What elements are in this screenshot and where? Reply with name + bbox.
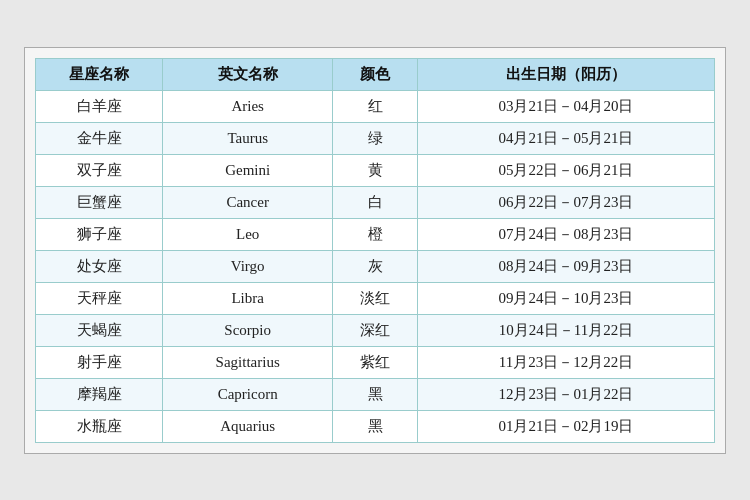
cell-en: Leo	[163, 218, 333, 250]
cell-cn: 天蝎座	[36, 314, 163, 346]
cell-color: 黑	[333, 410, 418, 442]
cell-cn: 金牛座	[36, 122, 163, 154]
table-row: 天蝎座Scorpio深红10月24日－11月22日	[36, 314, 715, 346]
table-row: 金牛座Taurus绿04月21日－05月21日	[36, 122, 715, 154]
cell-en: Taurus	[163, 122, 333, 154]
cell-date: 06月22日－07月23日	[417, 186, 714, 218]
table-row: 摩羯座Capricorn黑12月23日－01月22日	[36, 378, 715, 410]
cell-color: 紫红	[333, 346, 418, 378]
table-row: 水瓶座Aquarius黑01月21日－02月19日	[36, 410, 715, 442]
cell-date: 08月24日－09月23日	[417, 250, 714, 282]
header-date: 出生日期（阳历）	[417, 58, 714, 90]
header-cn: 星座名称	[36, 58, 163, 90]
cell-cn: 射手座	[36, 346, 163, 378]
cell-date: 12月23日－01月22日	[417, 378, 714, 410]
table-row: 狮子座Leo橙07月24日－08月23日	[36, 218, 715, 250]
cell-cn: 白羊座	[36, 90, 163, 122]
zodiac-table-wrapper: 星座名称 英文名称 颜色 出生日期（阳历） 白羊座Aries红03月21日－04…	[24, 47, 726, 454]
cell-color: 灰	[333, 250, 418, 282]
cell-en: Sagittarius	[163, 346, 333, 378]
cell-cn: 狮子座	[36, 218, 163, 250]
cell-color: 红	[333, 90, 418, 122]
cell-color: 橙	[333, 218, 418, 250]
cell-cn: 水瓶座	[36, 410, 163, 442]
cell-en: Aries	[163, 90, 333, 122]
cell-date: 10月24日－11月22日	[417, 314, 714, 346]
table-row: 处女座Virgo灰08月24日－09月23日	[36, 250, 715, 282]
cell-cn: 天秤座	[36, 282, 163, 314]
table-header-row: 星座名称 英文名称 颜色 出生日期（阳历）	[36, 58, 715, 90]
cell-en: Gemini	[163, 154, 333, 186]
table-row: 双子座Gemini黄05月22日－06月21日	[36, 154, 715, 186]
cell-color: 淡红	[333, 282, 418, 314]
cell-color: 白	[333, 186, 418, 218]
cell-en: Virgo	[163, 250, 333, 282]
cell-cn: 巨蟹座	[36, 186, 163, 218]
cell-color: 黑	[333, 378, 418, 410]
cell-date: 04月21日－05月21日	[417, 122, 714, 154]
header-en: 英文名称	[163, 58, 333, 90]
cell-date: 07月24日－08月23日	[417, 218, 714, 250]
cell-en: Aquarius	[163, 410, 333, 442]
table-row: 天秤座Libra淡红09月24日－10月23日	[36, 282, 715, 314]
cell-en: Scorpio	[163, 314, 333, 346]
cell-en: Cancer	[163, 186, 333, 218]
cell-color: 深红	[333, 314, 418, 346]
cell-cn: 双子座	[36, 154, 163, 186]
cell-date: 09月24日－10月23日	[417, 282, 714, 314]
zodiac-table: 星座名称 英文名称 颜色 出生日期（阳历） 白羊座Aries红03月21日－04…	[35, 58, 715, 443]
cell-date: 05月22日－06月21日	[417, 154, 714, 186]
header-color: 颜色	[333, 58, 418, 90]
cell-cn: 摩羯座	[36, 378, 163, 410]
cell-color: 黄	[333, 154, 418, 186]
cell-cn: 处女座	[36, 250, 163, 282]
table-row: 巨蟹座Cancer白06月22日－07月23日	[36, 186, 715, 218]
table-row: 白羊座Aries红03月21日－04月20日	[36, 90, 715, 122]
cell-en: Libra	[163, 282, 333, 314]
cell-date: 03月21日－04月20日	[417, 90, 714, 122]
cell-date: 11月23日－12月22日	[417, 346, 714, 378]
cell-date: 01月21日－02月19日	[417, 410, 714, 442]
cell-en: Capricorn	[163, 378, 333, 410]
table-row: 射手座Sagittarius紫红11月23日－12月22日	[36, 346, 715, 378]
cell-color: 绿	[333, 122, 418, 154]
